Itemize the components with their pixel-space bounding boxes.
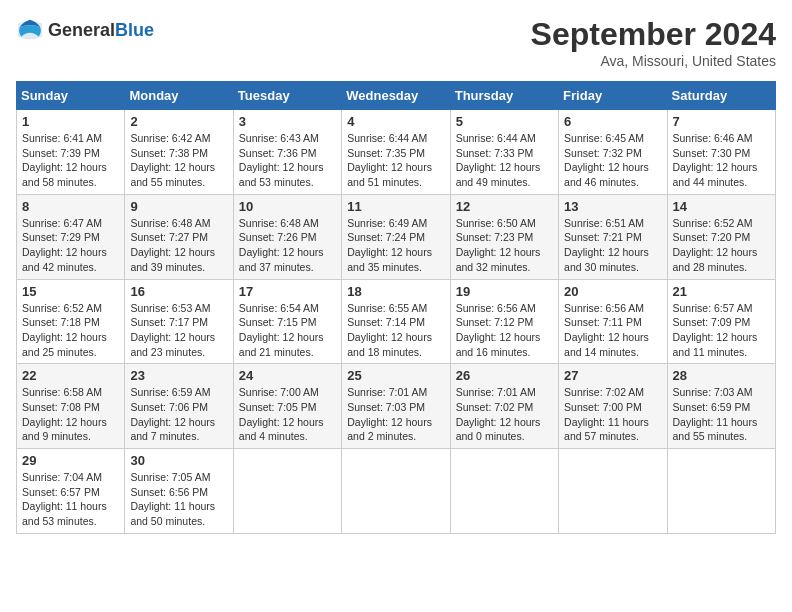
day-number: 4	[347, 114, 444, 129]
day-number: 20	[564, 284, 661, 299]
calendar-day: 16Sunrise: 6:53 AM Sunset: 7:17 PM Dayli…	[125, 279, 233, 364]
day-number: 2	[130, 114, 227, 129]
calendar-day: 10Sunrise: 6:48 AM Sunset: 7:26 PM Dayli…	[233, 194, 341, 279]
calendar-day	[667, 449, 775, 534]
day-info: Sunrise: 6:42 AM Sunset: 7:38 PM Dayligh…	[130, 131, 227, 190]
day-info: Sunrise: 7:01 AM Sunset: 7:02 PM Dayligh…	[456, 385, 553, 444]
calendar-day	[342, 449, 450, 534]
logo: GeneralBlue	[16, 16, 154, 44]
day-info: Sunrise: 6:43 AM Sunset: 7:36 PM Dayligh…	[239, 131, 336, 190]
calendar-day: 1Sunrise: 6:41 AM Sunset: 7:39 PM Daylig…	[17, 110, 125, 195]
day-number: 7	[673, 114, 770, 129]
day-info: Sunrise: 6:47 AM Sunset: 7:29 PM Dayligh…	[22, 216, 119, 275]
day-number: 17	[239, 284, 336, 299]
calendar-day: 8Sunrise: 6:47 AM Sunset: 7:29 PM Daylig…	[17, 194, 125, 279]
calendar-day: 27Sunrise: 7:02 AM Sunset: 7:00 PM Dayli…	[559, 364, 667, 449]
day-number: 24	[239, 368, 336, 383]
day-number: 9	[130, 199, 227, 214]
day-info: Sunrise: 6:50 AM Sunset: 7:23 PM Dayligh…	[456, 216, 553, 275]
weekday-header: Tuesday	[233, 82, 341, 110]
day-info: Sunrise: 7:00 AM Sunset: 7:05 PM Dayligh…	[239, 385, 336, 444]
calendar-day: 3Sunrise: 6:43 AM Sunset: 7:36 PM Daylig…	[233, 110, 341, 195]
calendar-day: 19Sunrise: 6:56 AM Sunset: 7:12 PM Dayli…	[450, 279, 558, 364]
day-info: Sunrise: 6:49 AM Sunset: 7:24 PM Dayligh…	[347, 216, 444, 275]
day-info: Sunrise: 6:54 AM Sunset: 7:15 PM Dayligh…	[239, 301, 336, 360]
month-title: September 2024	[531, 16, 776, 53]
calendar-day: 24Sunrise: 7:00 AM Sunset: 7:05 PM Dayli…	[233, 364, 341, 449]
day-info: Sunrise: 6:52 AM Sunset: 7:18 PM Dayligh…	[22, 301, 119, 360]
day-info: Sunrise: 6:56 AM Sunset: 7:12 PM Dayligh…	[456, 301, 553, 360]
day-number: 14	[673, 199, 770, 214]
day-number: 26	[456, 368, 553, 383]
day-number: 12	[456, 199, 553, 214]
calendar-week-row: 1Sunrise: 6:41 AM Sunset: 7:39 PM Daylig…	[17, 110, 776, 195]
day-info: Sunrise: 6:51 AM Sunset: 7:21 PM Dayligh…	[564, 216, 661, 275]
calendar-day	[450, 449, 558, 534]
page-header: GeneralBlue September 2024 Ava, Missouri…	[16, 16, 776, 69]
weekday-header: Wednesday	[342, 82, 450, 110]
day-number: 11	[347, 199, 444, 214]
calendar-day: 2Sunrise: 6:42 AM Sunset: 7:38 PM Daylig…	[125, 110, 233, 195]
day-info: Sunrise: 6:46 AM Sunset: 7:30 PM Dayligh…	[673, 131, 770, 190]
day-number: 29	[22, 453, 119, 468]
day-info: Sunrise: 6:48 AM Sunset: 7:26 PM Dayligh…	[239, 216, 336, 275]
location: Ava, Missouri, United States	[531, 53, 776, 69]
day-number: 13	[564, 199, 661, 214]
day-info: Sunrise: 6:58 AM Sunset: 7:08 PM Dayligh…	[22, 385, 119, 444]
day-info: Sunrise: 7:03 AM Sunset: 6:59 PM Dayligh…	[673, 385, 770, 444]
day-info: Sunrise: 6:56 AM Sunset: 7:11 PM Dayligh…	[564, 301, 661, 360]
day-number: 21	[673, 284, 770, 299]
calendar-day: 15Sunrise: 6:52 AM Sunset: 7:18 PM Dayli…	[17, 279, 125, 364]
day-info: Sunrise: 6:44 AM Sunset: 7:35 PM Dayligh…	[347, 131, 444, 190]
calendar-day: 7Sunrise: 6:46 AM Sunset: 7:30 PM Daylig…	[667, 110, 775, 195]
calendar-day	[559, 449, 667, 534]
day-info: Sunrise: 6:48 AM Sunset: 7:27 PM Dayligh…	[130, 216, 227, 275]
weekday-header: Sunday	[17, 82, 125, 110]
calendar-day: 6Sunrise: 6:45 AM Sunset: 7:32 PM Daylig…	[559, 110, 667, 195]
day-info: Sunrise: 6:57 AM Sunset: 7:09 PM Dayligh…	[673, 301, 770, 360]
day-number: 6	[564, 114, 661, 129]
calendar-day: 26Sunrise: 7:01 AM Sunset: 7:02 PM Dayli…	[450, 364, 558, 449]
calendar-week-row: 29Sunrise: 7:04 AM Sunset: 6:57 PM Dayli…	[17, 449, 776, 534]
day-info: Sunrise: 6:59 AM Sunset: 7:06 PM Dayligh…	[130, 385, 227, 444]
calendar-day: 25Sunrise: 7:01 AM Sunset: 7:03 PM Dayli…	[342, 364, 450, 449]
calendar-day: 14Sunrise: 6:52 AM Sunset: 7:20 PM Dayli…	[667, 194, 775, 279]
day-info: Sunrise: 7:04 AM Sunset: 6:57 PM Dayligh…	[22, 470, 119, 529]
calendar-week-row: 22Sunrise: 6:58 AM Sunset: 7:08 PM Dayli…	[17, 364, 776, 449]
calendar-day: 30Sunrise: 7:05 AM Sunset: 6:56 PM Dayli…	[125, 449, 233, 534]
day-info: Sunrise: 7:01 AM Sunset: 7:03 PM Dayligh…	[347, 385, 444, 444]
day-number: 3	[239, 114, 336, 129]
day-number: 1	[22, 114, 119, 129]
day-info: Sunrise: 6:55 AM Sunset: 7:14 PM Dayligh…	[347, 301, 444, 360]
logo-icon	[16, 16, 44, 44]
calendar-day: 28Sunrise: 7:03 AM Sunset: 6:59 PM Dayli…	[667, 364, 775, 449]
calendar-table: SundayMondayTuesdayWednesdayThursdayFrid…	[16, 81, 776, 534]
weekday-header: Friday	[559, 82, 667, 110]
day-info: Sunrise: 6:44 AM Sunset: 7:33 PM Dayligh…	[456, 131, 553, 190]
day-info: Sunrise: 6:45 AM Sunset: 7:32 PM Dayligh…	[564, 131, 661, 190]
day-number: 23	[130, 368, 227, 383]
day-number: 30	[130, 453, 227, 468]
logo-text: GeneralBlue	[48, 20, 154, 41]
calendar-day: 11Sunrise: 6:49 AM Sunset: 7:24 PM Dayli…	[342, 194, 450, 279]
day-info: Sunrise: 7:05 AM Sunset: 6:56 PM Dayligh…	[130, 470, 227, 529]
day-info: Sunrise: 7:02 AM Sunset: 7:00 PM Dayligh…	[564, 385, 661, 444]
calendar-day: 22Sunrise: 6:58 AM Sunset: 7:08 PM Dayli…	[17, 364, 125, 449]
day-number: 28	[673, 368, 770, 383]
calendar-week-row: 15Sunrise: 6:52 AM Sunset: 7:18 PM Dayli…	[17, 279, 776, 364]
day-number: 19	[456, 284, 553, 299]
weekday-header: Thursday	[450, 82, 558, 110]
day-number: 10	[239, 199, 336, 214]
calendar-day	[233, 449, 341, 534]
title-block: September 2024 Ava, Missouri, United Sta…	[531, 16, 776, 69]
day-number: 15	[22, 284, 119, 299]
day-number: 25	[347, 368, 444, 383]
day-number: 18	[347, 284, 444, 299]
calendar-day: 18Sunrise: 6:55 AM Sunset: 7:14 PM Dayli…	[342, 279, 450, 364]
weekday-header: Monday	[125, 82, 233, 110]
day-number: 27	[564, 368, 661, 383]
day-number: 5	[456, 114, 553, 129]
calendar-day: 23Sunrise: 6:59 AM Sunset: 7:06 PM Dayli…	[125, 364, 233, 449]
weekday-header-row: SundayMondayTuesdayWednesdayThursdayFrid…	[17, 82, 776, 110]
calendar-day: 9Sunrise: 6:48 AM Sunset: 7:27 PM Daylig…	[125, 194, 233, 279]
